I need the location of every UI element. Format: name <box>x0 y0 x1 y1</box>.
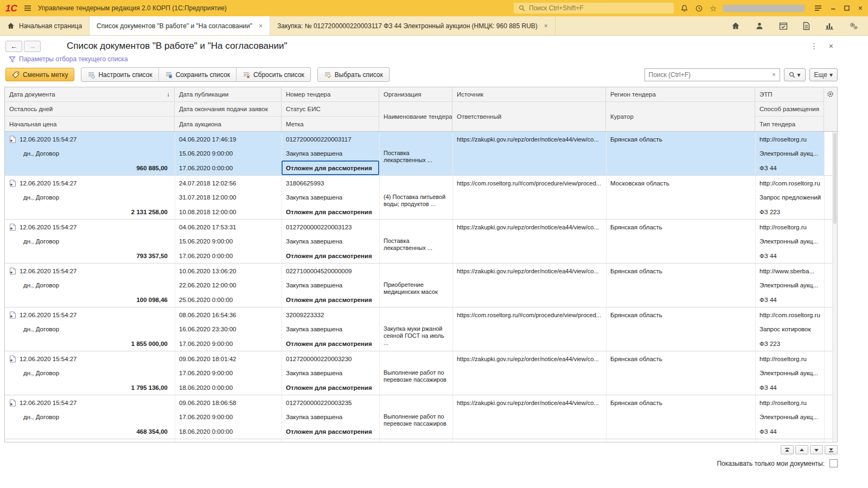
column-header-start-price[interactable]: Начальная цена <box>5 117 175 131</box>
table-row[interactable]: 12.06.2020 15:54:27 дн., Договор 2 131 2… <box>5 176 837 220</box>
list-search-box: × <box>644 68 780 81</box>
tab-document-list-label: Список документов "В работе" и "На согла… <box>97 22 252 30</box>
column-header-curator[interactable]: Куратор <box>606 102 755 131</box>
placement-method-cell: Электронный аукц... <box>755 366 824 380</box>
dropdown-arrow-icon: ▾ <box>829 71 833 79</box>
pub-date-cell: 24.07.2018 12:02:56 <box>175 176 282 190</box>
region-cell: Брянская область <box>606 264 755 278</box>
save-list-button[interactable]: Сохранить список <box>159 68 237 81</box>
choose-list-text: Выбрать список <box>335 71 383 79</box>
table-row[interactable]: 12.06.2020 15:54:27 дн., Договор 100 098… <box>5 264 837 307</box>
column-header-days-left[interactable]: Осталось дней <box>5 102 175 117</box>
column-settings-gear-icon[interactable] <box>826 90 834 98</box>
filter-params-row: Параметры отбора текущего списка <box>0 54 842 66</box>
history-icon[interactable] <box>695 4 703 12</box>
table-row[interactable]: 12.06.2020 15:54:27 дн., Договор 793 357… <box>5 220 837 264</box>
sections-panel <box>731 16 868 35</box>
region-cell: Брянская область <box>606 307 755 322</box>
column-header-deadline[interactable]: Дата окончания подачи заявок <box>175 102 282 117</box>
list-search-input[interactable] <box>645 71 769 79</box>
vertical-scrollbar[interactable] <box>832 132 837 442</box>
reset-list-button[interactable]: Сбросить список <box>237 68 310 81</box>
clear-search-icon[interactable]: × <box>769 71 780 79</box>
tender-name-cell: Закупка муки ржаной сеяной ГОСТ на июль … <box>379 322 452 351</box>
column-header-etp[interactable]: ЭТП <box>755 87 824 102</box>
placement-method-cell: Запрос предложений <box>755 190 824 204</box>
close-form-icon[interactable]: × <box>829 42 833 50</box>
tab-home[interactable]: Начальная страница <box>0 16 90 35</box>
page-up-button[interactable] <box>795 445 808 454</box>
close-window-button[interactable]: × <box>858 4 863 12</box>
tab-purchase[interactable]: Закупка: № 0127200000220003117 ФЗ 44 Эле… <box>270 16 556 35</box>
column-header-label-mark[interactable]: Метка <box>282 117 379 131</box>
doc-date-cell: 12.06.2020 15:54:27 <box>5 351 175 366</box>
go-to-top-button[interactable] <box>781 445 794 454</box>
pub-date-cell: 10.06.2020 13:06:20 <box>175 264 282 278</box>
column-header-region[interactable]: Регион тендера <box>606 87 755 102</box>
tab-close-icon[interactable]: × <box>259 22 263 30</box>
column-header-organization[interactable]: Организация <box>379 87 452 102</box>
more-menu-icon[interactable]: ⋮ <box>810 42 818 50</box>
choose-list-button[interactable]: Выбрать список <box>318 68 389 81</box>
column-header-tender-num[interactable]: Номер тендера <box>282 87 379 102</box>
column-header-pub-date[interactable]: Дата публикации <box>175 87 282 102</box>
column-header-responsible[interactable]: Ответственный <box>452 102 606 131</box>
section-user-icon[interactable] <box>755 22 764 30</box>
table-row[interactable]: 12.06.2020 15:54:27 дн., Договор 960 885… <box>5 132 837 176</box>
table-row[interactable]: 12.06.2020 15:54:27 дн., Договор 1 855 0… <box>5 307 837 351</box>
tender-name-cell: Выполнение работ по перевозке пассажиров <box>379 410 452 439</box>
minimize-button[interactable]: – <box>831 4 835 13</box>
source-url-cell: https://zakupki.gov.ru/epz/order/notice/… <box>452 132 606 146</box>
tender-number-cell: 0227100004520000009 <box>282 264 379 278</box>
document-icon <box>9 355 16 363</box>
go-to-bottom-button[interactable] <box>825 445 838 454</box>
region-cell: Брянская область <box>606 132 755 146</box>
save-list-text: Сохранить список <box>176 71 230 79</box>
eis-status-cell: Закупка завершена <box>282 410 379 424</box>
scrollbar-thumb[interactable] <box>833 133 837 224</box>
search-options-button[interactable]: ▾ <box>784 68 806 81</box>
deadline-cell: 31.07.2018 12:00:00 <box>175 190 282 204</box>
change-label-button[interactable]: Сменить метку <box>5 68 74 81</box>
table-row[interactable]: 12.06.2020 15:54:27 дн., Договор 1 795 1… <box>5 351 837 395</box>
auction-date-cell: 17.06.2020 0:00:00 <box>175 160 282 175</box>
main-menu-icon[interactable] <box>24 5 31 11</box>
favorites-star-icon[interactable]: ☆ <box>710 4 717 12</box>
column-header-auction-date[interactable]: Дата аукциона <box>175 117 282 131</box>
days-left-cell: дн., Договор <box>5 322 175 336</box>
section-documents-icon[interactable] <box>803 22 810 30</box>
filter-params-link[interactable]: Параметры отбора текущего списка <box>19 55 128 63</box>
notifications-bell-icon[interactable] <box>680 4 688 12</box>
reset-list-icon <box>242 71 250 79</box>
configure-list-button[interactable]: Настроить список <box>81 68 158 81</box>
eis-status-cell: Закупка завершена <box>282 234 379 248</box>
column-header-tender-type[interactable]: Тип тендера <box>755 117 824 131</box>
column-header-source[interactable]: Источник <box>452 87 606 102</box>
back-button[interactable]: ← <box>5 41 22 52</box>
days-left-cell: дн., Договор <box>5 190 175 204</box>
table-row[interactable]: 12.06.2020 15:54:27 09.06.2020 16:29:14 … <box>5 439 837 442</box>
tender-name-cell: Поставка лекарственных ... <box>379 146 452 175</box>
page-down-button[interactable] <box>810 445 823 454</box>
section-home-icon[interactable] <box>731 22 740 30</box>
pub-date-cell: 09.06.2020 18:01:42 <box>175 351 282 366</box>
section-tasks-calendar-icon[interactable] <box>779 22 788 30</box>
choose-list-icon <box>324 71 331 79</box>
doc-date-value: 12.06.2020 15:54:27 <box>20 136 77 143</box>
maximize-button[interactable] <box>844 5 850 11</box>
tab-document-list[interactable]: Список документов "В работе" и "На согла… <box>90 16 270 35</box>
forward-button[interactable]: → <box>24 41 41 52</box>
section-reports-chart-icon[interactable] <box>825 22 834 30</box>
section-settings-gears-icon[interactable] <box>849 22 858 30</box>
show-only-my-checkbox[interactable] <box>829 459 838 467</box>
auction-date-cell: 10.08.2018 12:00:00 <box>175 204 282 219</box>
column-header-doc-date[interactable]: Дата документа ↓ <box>5 87 175 102</box>
more-button[interactable]: Еще ▾ <box>809 68 838 81</box>
tab-close-icon[interactable]: × <box>544 22 548 30</box>
column-header-placement[interactable]: Способ размещения <box>755 102 824 117</box>
service-menu-icon[interactable] <box>814 5 822 11</box>
table-row[interactable]: 12.06.2020 15:54:27 дн., Договор 468 354… <box>5 395 837 439</box>
column-header-tender-name[interactable]: Наименование тендера <box>379 102 452 131</box>
global-search-input[interactable]: Поиск Ctrl+Shift+F <box>514 3 674 14</box>
column-header-eis-status[interactable]: Статус ЕИС <box>282 102 379 117</box>
